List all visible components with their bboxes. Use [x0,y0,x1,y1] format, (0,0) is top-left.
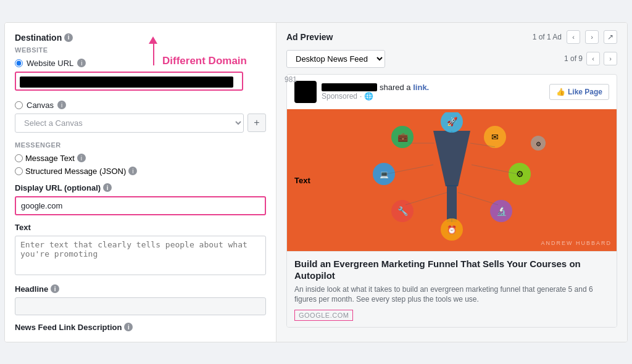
ad-prev-button[interactable]: ‹ [567,30,580,44]
ad-page-name-row: shared a link. [322,83,429,92]
headline-label: Headline i [15,284,266,294]
ad-description: An inside look at what it takes to build… [294,284,609,305]
ad-image: Text 🚀 ✉ [287,109,617,251]
canvas-section: Canvas i Select a Canvas + [15,101,266,133]
canvas-radio[interactable] [15,101,23,109]
shared-text: shared a link. [380,83,429,92]
headline-input[interactable] [15,297,266,315]
andrew-hubbard-label: ANDREW HUBBARD [541,240,612,246]
page-count-label: 1 of 9 [564,54,583,63]
svg-marker-0 [433,131,470,186]
svg-rect-1 [447,185,457,222]
placement-select[interactable]: Desktop News Feed [286,50,385,68]
destination-label: Destination [15,33,62,43]
placement-page-nav: 1 of 9 ‹ › [564,52,617,65]
ad-count-label: 1 of 1 Ad [533,33,562,41]
ad-page-info: shared a link. Sponsored · 🌐 [322,83,429,101]
website-section-label: WEBSITE [15,46,266,54]
message-text-radio[interactable] [15,154,23,162]
svg-text:💻: 💻 [380,170,389,179]
svg-text:✉: ✉ [491,132,499,142]
placement-row: Desktop News Feed 1 of 9 ‹ › [286,50,617,68]
display-url-info-icon[interactable]: i [103,183,112,192]
newsfeed-label: News Feed Link Description i [15,323,266,332]
ad-next-button[interactable]: › [585,30,599,44]
newsfeed-section: News Feed Link Description i [15,323,266,332]
svg-text:💼: 💼 [397,132,409,143]
svg-text:🔬: 🔬 [496,206,507,217]
canvas-label: Canvas [27,101,54,110]
headline-info-icon[interactable]: i [51,284,59,293]
canvas-plus-button[interactable]: + [247,114,266,132]
messenger-section-label: MESSENGER [15,141,266,149]
link-text[interactable]: link. [413,83,429,92]
message-text-label: Message Text [25,154,75,163]
structured-message-radio[interactable] [15,167,23,175]
ad-preview-nav: 1 of 1 Ad ‹ › ↗ [533,30,617,44]
url-input-row: 981 [15,72,266,93]
website-url-info-icon[interactable]: i [77,59,86,67]
messenger-section: MESSENGER Message Text i Structured Mess… [15,141,266,176]
newsfeed-info-icon[interactable]: i [124,323,133,331]
svg-text:🚀: 🚀 [447,117,458,127]
ad-headline: Build an Evergreen Marketing Funnel That… [294,258,609,282]
structured-message-option[interactable]: Structured Message (JSON) i [15,167,266,176]
funnel-illustration: 🚀 ✉ ⚙ 🔬 ⏰ [287,109,617,251]
destination-info-icon[interactable]: i [64,33,73,42]
text-textarea[interactable] [15,236,266,275]
ad-card-header: shared a link. Sponsored · 🌐 👍 Like P [287,75,617,109]
website-url-radio-option[interactable]: Website URL i [15,59,266,68]
like-page-button[interactable]: 👍 Like Page [549,84,609,100]
canvas-info-icon[interactable]: i [57,101,66,109]
canvas-radio-option[interactable]: Canvas i [15,101,266,110]
ad-preview-header: Ad Preview 1 of 1 Ad ‹ › ↗ [286,30,617,44]
message-text-option[interactable]: Message Text i [15,154,266,163]
left-panel: Destination i WEBSITE Website URL i 981 [5,23,276,342]
page-next-button[interactable]: › [604,52,617,65]
canvas-input-row: Select a Canvas + [15,114,266,133]
external-link-button[interactable]: ↗ [604,30,617,44]
svg-text:⏰: ⏰ [447,225,457,235]
svg-text:⚙: ⚙ [536,141,541,147]
text-label: Text [15,223,266,232]
canvas-select[interactable]: Select a Canvas [15,114,244,133]
structured-message-info-icon[interactable]: i [128,167,137,175]
globe-icon: 🌐 [364,92,373,101]
structured-message-label: Structured Message (JSON) [25,167,126,176]
website-url-label: Website URL [27,59,73,68]
destination-header: Destination i [15,33,266,43]
display-url-label: Display URL (optional) i [15,183,266,192]
display-url-input[interactable] [15,196,266,215]
ad-sponsored: Sponsored · 🌐 [322,92,429,101]
svg-text:🔧: 🔧 [397,206,409,217]
website-url-radio[interactable] [15,59,23,67]
svg-line-21 [458,192,498,205]
headline-section: Headline i [15,284,266,315]
url-count: 981 [285,75,297,84]
text-section: Text [15,223,266,277]
ad-card: shared a link. Sponsored · 🌐 👍 Like P [286,74,617,328]
ad-body: Build an Evergreen Marketing Funnel That… [287,251,617,328]
ad-domain: GOOGLE.COM [294,310,353,321]
thumbs-up-icon: 👍 [556,88,565,96]
page-prev-button[interactable]: ‹ [586,52,600,65]
ad-preview-title: Ad Preview [286,32,333,42]
ad-page-name-redacted [322,83,377,91]
right-panel: Ad Preview 1 of 1 Ad ‹ › ↗ Desktop News … [276,23,627,342]
display-url-section: Display URL (optional) i [15,183,266,215]
ad-avatar [294,81,317,103]
website-section: WEBSITE Website URL i 981 [15,46,266,93]
svg-line-23 [405,192,447,205]
ad-card-left: shared a link. Sponsored · 🌐 [294,81,429,103]
message-text-info-icon[interactable]: i [77,154,86,162]
